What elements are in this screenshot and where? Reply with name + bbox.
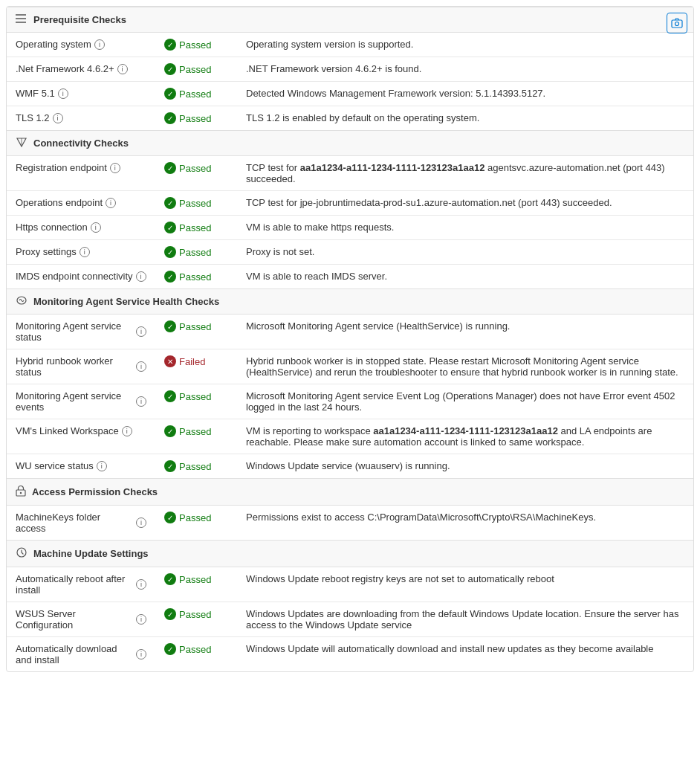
info-icon[interactable]: i [110,163,120,173]
camera-button[interactable] [667,13,687,33]
table-connectivity: Registration endpoint i✓PassedTCP test f… [7,156,693,288]
check-label: Operating system i [16,39,146,50]
status-label: Passed [179,609,211,620]
fail-icon: ✕ [164,355,176,367]
check-label: Https connection i [16,222,146,233]
status-cell: ✓Passed [155,602,237,637]
check-label: WMF 5.1 i [16,88,146,99]
status-label: Passed [179,321,211,332]
check-name-cell: Automatically download and install i [7,637,155,672]
info-icon[interactable]: i [136,396,146,407]
status-cell: ✓Passed [155,240,237,265]
pass-icon: ✓ [164,643,176,655]
status-label: Passed [179,247,211,258]
check-name-cell: Registration endpoint i [7,156,155,191]
check-name-cell: Proxy settings i [7,240,155,265]
status-label: Passed [179,39,211,51]
status-label: Passed [179,198,211,209]
details-cell: Windows Update reboot registry keys are … [237,567,693,602]
check-label: Proxy settings i [16,246,146,257]
info-icon[interactable]: i [136,614,146,625]
table-prerequisite: Operating system i✓PassedOperating syste… [7,33,693,130]
pass-icon: ✓ [164,425,176,437]
status-passed: ✓Passed [164,63,228,75]
status-cell: ✓Passed [155,384,237,419]
pass-icon: ✓ [164,608,176,620]
info-icon[interactable]: i [53,113,63,123]
sections-container: Prerequisite ChecksOperating system i✓Pa… [7,7,693,671]
section-header-prerequisite: Prerequisite Checks [7,7,693,33]
pass-icon: ✓ [164,573,176,585]
status-cell: ✓Passed [155,191,237,216]
status-label: Passed [179,461,211,472]
check-label: VM's Linked Workspace i [16,425,146,436]
check-name-cell: Https connection i [7,216,155,240]
table-row: .Net Framework 4.6.2+ i✓Passed.NET Frame… [7,57,693,82]
check-label: WU service status i [16,460,146,471]
details-cell: Windows Update service (wuauserv) is run… [237,454,693,479]
check-label: TLS 1.2 i [16,112,146,123]
info-icon[interactable]: i [94,39,105,50]
info-icon[interactable]: i [80,247,90,257]
status-passed: ✓Passed [164,390,228,402]
check-label: Hybrid runbook worker status i [16,355,146,378]
check-label: Automatically reboot after install i [16,573,146,596]
status-cell: ✓Passed [155,567,237,602]
monitoring-icon [16,295,27,308]
status-cell: ✓Passed [155,419,237,454]
check-label: Monitoring Agent service status i [16,320,146,343]
check-name-cell: WSUS Server Configuration i [7,602,155,637]
status-passed: ✓Passed [164,197,228,209]
status-label: Passed [179,574,211,585]
info-icon[interactable]: i [106,198,116,208]
info-icon[interactable]: i [91,222,101,233]
info-icon[interactable]: i [136,579,146,590]
status-label: Passed [179,113,211,124]
check-name-cell: VM's Linked Workspace i [7,419,155,454]
table-row: Operating system i✓PassedOperating syste… [7,33,693,57]
info-icon[interactable]: i [117,64,128,74]
check-label: Operations endpoint i [16,197,146,208]
section-prerequisite: Prerequisite ChecksOperating system i✓Pa… [7,7,693,130]
table-row: Automatically reboot after install i✓Pas… [7,567,693,602]
info-icon[interactable]: i [136,326,146,337]
status-passed: ✓Passed [164,512,228,523]
table-row: Operations endpoint i✓PassedTCP test for… [7,191,693,216]
table-row: WMF 5.1 i✓PassedDetected Windows Managem… [7,82,693,106]
table-row: Registration endpoint i✓PassedTCP test f… [7,156,693,191]
pass-icon: ✓ [164,320,176,332]
check-label: MachineKeys folder access i [16,512,146,534]
table-row: WU service status i✓PassedWindows Update… [7,454,693,479]
status-cell: ✓Passed [155,106,237,131]
status-cell: ✓Passed [155,156,237,191]
info-icon[interactable]: i [136,361,146,372]
check-label: .Net Framework 4.6.2+ i [16,63,146,74]
info-icon[interactable]: i [136,649,146,659]
info-icon[interactable]: i [136,517,146,528]
details-cell: TCP test for jpe-jobruntimedata-prod-su1… [237,191,693,216]
info-icon[interactable]: i [122,426,132,436]
section-connectivity: Connectivity ChecksRegistration endpoint… [7,130,693,288]
details-cell: Detected Windows Management Framework ve… [237,82,693,106]
check-label: Automatically download and install i [16,643,146,665]
check-name-cell: Monitoring Agent service status i [7,315,155,349]
table-row: Hybrid runbook worker status i✕FailedHyb… [7,349,693,384]
info-icon[interactable]: i [97,461,107,471]
pass-icon: ✓ [164,112,176,124]
status-cell: ✓Passed [155,33,237,57]
details-cell: VM is able to reach IMDS server. [237,265,693,289]
status-passed: ✓Passed [164,112,228,124]
info-icon[interactable]: i [136,271,146,282]
pass-icon: ✓ [164,246,176,258]
status-label: Passed [179,222,211,233]
details-cell: VM is reporting to workspace aa1a1234-a1… [237,419,693,454]
status-cell: ✓Passed [155,454,237,479]
section-header-monitoring: Monitoring Agent Service Health Checks [7,289,693,315]
status-failed: ✕Failed [164,355,228,367]
pass-icon: ✓ [164,197,176,209]
status-label: Passed [179,512,211,523]
table-row: Https connection i✓PassedVM is able to m… [7,216,693,240]
details-cell: TLS 1.2 is enabled by default on the ope… [237,106,693,131]
check-name-cell: WU service status i [7,454,155,479]
info-icon[interactable]: i [58,88,68,99]
